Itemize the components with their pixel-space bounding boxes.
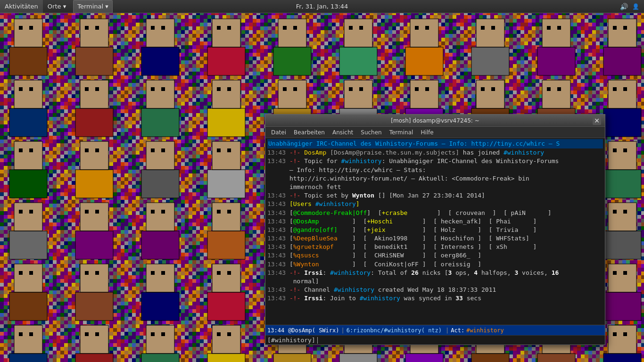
panel-datetime: Fr, 31. Jan, 13:44	[296, 3, 348, 10]
top-panel: Aktivitäten Orte ▾ Terminal ▾ Fr, 31. Ja…	[0, 0, 644, 13]
status-act: Act:	[451, 327, 464, 334]
irc-line: 13:43 [%qsuscs ] [ CHRiSNEW ] [ oerg866_…	[265, 251, 605, 260]
irc-line: Unabhängiger IRC-Channel des Winhistory-…	[265, 139, 605, 148]
irc-line: 13:43 [%gruetzkopf ] [ benedikt1 ] [ Int…	[265, 243, 605, 251]
irc-line: 13:43 [@gandro[off] ] [+jeix ] [ Holz ] …	[265, 226, 605, 234]
menu-datei[interactable]: Datei	[267, 127, 290, 138]
irc-line: normal]	[265, 277, 605, 286]
input-cursor	[317, 337, 318, 344]
irc-line: 13:43 -!- Topic set by Wynton [] [Mon Ja…	[265, 191, 605, 200]
irc-line: immernoch fett	[265, 183, 605, 191]
status-channel: 6:rizonbnc/#winhistory( ntz)	[347, 327, 442, 334]
menu-suchen[interactable]: Suchen	[357, 127, 385, 138]
irc-line: 13:43 -!- Topic for #winhistory: Unabhän…	[265, 157, 605, 165]
terminal-title: [mosh] dosamp@vsrv47245: ~	[391, 117, 479, 124]
terminal-menubar: Datei Bearbeiten Ansicht Suchen Terminal…	[265, 127, 605, 138]
irc-line: 13:43 [%DeepBlueSea ] [ Akino1998 ] [ Ho…	[265, 234, 605, 243]
status-act-channel: #winhistory	[466, 327, 504, 334]
terminal-inputbar[interactable]: [#winhistory]	[265, 335, 605, 345]
menu-hilfe[interactable]: Hilfe	[417, 127, 437, 138]
irc-line: 13:43 -!- Irssi: #winhistory: Total of 2…	[265, 269, 605, 277]
menu-bearbeiten[interactable]: Bearbeiten	[290, 127, 329, 138]
desktop: Aktivitäten Orte ▾ Terminal ▾ Fr, 31. Ja…	[0, 0, 644, 362]
terminal-menu[interactable]: Terminal ▾	[73, 0, 113, 13]
menu-ansicht[interactable]: Ansicht	[329, 127, 357, 138]
irc-line: 13:43 [%Wynton ] [ ConiKost|oFF ] [ orei…	[265, 260, 605, 269]
terminal-window: [mosh] dosamp@vsrv47245: ~ ✕ Datei Bearb…	[265, 114, 605, 345]
irc-line: 13:43 -!- DosAmp [DosAmp@praise.the.sun.…	[265, 148, 605, 157]
terminal-titlebar: [mosh] dosamp@vsrv47245: ~ ✕	[265, 115, 605, 127]
status-time: 13:44	[267, 327, 284, 334]
irc-line: — Info: http://tiny.cc/whirc — Stats:	[265, 166, 605, 174]
irc-line: http://irc.winhistory-forum.net/ — Aktue…	[265, 174, 605, 183]
irc-line: 13:43 -!- Irssi: Join to #winhistory was…	[265, 294, 605, 303]
irc-line: 13:43 [@DosAmp ] [+Hoschi ] [ hecken_afk…	[265, 217, 605, 226]
aktivitaeten-menu[interactable]: Aktivitäten	[0, 0, 43, 13]
user-icon[interactable]: 👤	[630, 3, 642, 10]
volume-icon[interactable]: 🔊	[618, 3, 630, 10]
input-channel-label: [#winhistory]	[267, 337, 315, 344]
terminal-content[interactable]: Unabhängiger IRC-Channel des Winhistory-…	[265, 138, 605, 325]
orte-menu[interactable]: Orte ▾	[43, 0, 71, 13]
panel-right: 🔊 👤	[618, 3, 644, 10]
irc-line: 13:43 [Users #winhistory]	[265, 200, 605, 208]
terminal-close-button[interactable]: ✕	[593, 116, 601, 125]
irc-line: 13:43 -!- Channel #winhistory created We…	[265, 286, 605, 294]
status-nick: @DosAmp( SWirx)	[288, 327, 339, 334]
menu-terminal[interactable]: Terminal	[386, 127, 417, 138]
irc-line: 13:43 [@Commodore-Freak|Off] [+crasbe ] …	[265, 209, 605, 217]
terminal-statusbar: 13:44 @DosAmp( SWirx) | 6:rizonbnc/#winh…	[265, 325, 605, 335]
